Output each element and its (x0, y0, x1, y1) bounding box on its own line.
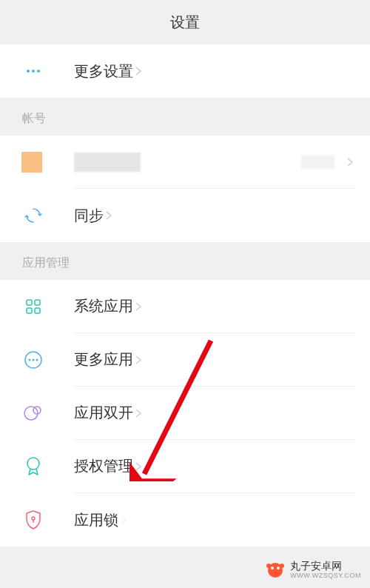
svg-point-10 (36, 359, 38, 361)
item-label: 更多应用 (74, 350, 133, 370)
svg-point-20 (280, 564, 284, 568)
section-top: 更多设置 (0, 44, 370, 98)
item-system-apps[interactable]: 系统应用 (0, 280, 370, 333)
svg-point-17 (271, 567, 274, 569)
section-app-management: 系统应用 更多应用 应用双开 授权管理 (0, 280, 370, 547)
item-label-blurred (74, 153, 141, 172)
svg-rect-5 (27, 308, 32, 313)
item-more-settings[interactable]: 更多设置 (0, 44, 370, 98)
svg-point-19 (266, 564, 271, 568)
chevron-right-icon (118, 515, 129, 525)
item-label: 同步 (74, 206, 104, 226)
chevron-right-icon (133, 355, 144, 365)
svg-point-13 (27, 458, 39, 470)
svg-point-9 (33, 359, 35, 361)
grid-icon (22, 295, 44, 318)
watermark-logo-icon (265, 560, 286, 581)
svg-point-14 (32, 517, 35, 520)
watermark: 丸子安卓网 WWW.WZSQSY.COM (265, 560, 361, 581)
svg-point-18 (277, 567, 280, 569)
shield-lock-icon (22, 509, 44, 531)
svg-point-8 (29, 359, 31, 361)
svg-point-0 (27, 70, 30, 73)
item-account-profile[interactable] (0, 136, 370, 189)
chevron-right-icon (133, 66, 144, 76)
sync-icon (22, 204, 44, 227)
chevron-right-icon (133, 301, 144, 312)
svg-rect-3 (27, 300, 32, 305)
watermark-title: 丸子安卓网 (290, 561, 361, 572)
section-header-account: 帐号 (0, 98, 370, 136)
avatar-icon (22, 151, 44, 173)
chevron-right-icon (133, 408, 144, 418)
more-icon (22, 60, 44, 82)
chevron-right-icon (133, 461, 144, 472)
item-label: 更多设置 (74, 61, 133, 81)
item-label: 应用锁 (74, 510, 118, 530)
item-permission-management[interactable]: 授权管理 (0, 440, 370, 493)
item-label: 系统应用 (74, 296, 133, 316)
item-more-apps[interactable]: 更多应用 (0, 333, 370, 387)
page-title: 设置 (170, 13, 200, 33)
item-value-blurred (301, 156, 334, 169)
chevron-right-icon (345, 157, 355, 167)
item-sync[interactable]: 同步 (0, 189, 370, 242)
section-account: 同步 (0, 136, 370, 242)
item-label: 应用双开 (74, 403, 133, 423)
page-header: 设置 (0, 0, 370, 44)
medal-icon (22, 455, 44, 478)
svg-rect-4 (35, 300, 40, 305)
dual-circle-icon (22, 402, 44, 424)
item-app-lock[interactable]: 应用锁 (0, 493, 370, 547)
svg-point-1 (32, 70, 35, 73)
watermark-url: WWW.WZSQSY.COM (290, 572, 361, 580)
svg-point-2 (37, 70, 40, 73)
svg-rect-6 (35, 308, 40, 313)
chevron-right-icon (104, 210, 114, 221)
item-label: 授权管理 (74, 456, 133, 476)
section-header-apps: 应用管理 (0, 242, 370, 280)
more-circle-icon (22, 349, 44, 371)
item-dual-apps[interactable]: 应用双开 (0, 387, 370, 440)
